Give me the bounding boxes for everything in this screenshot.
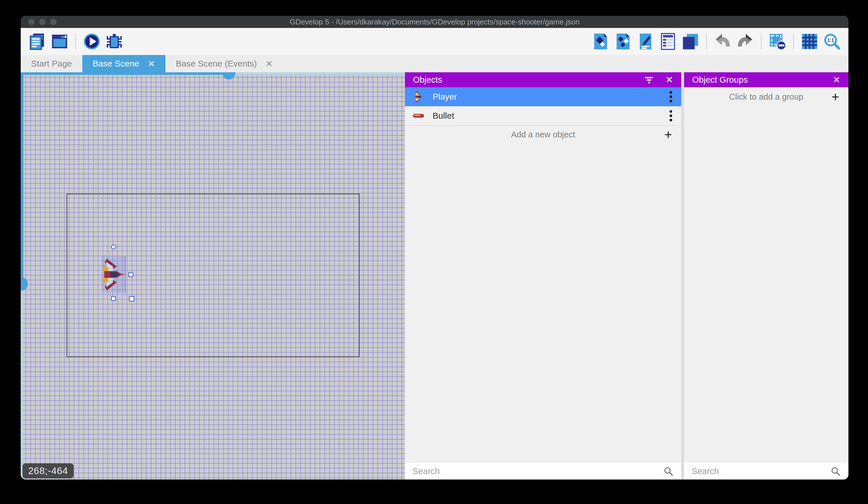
groups-panel-title: Object Groups [692,75,748,85]
resize-handle-bottom[interactable] [111,296,116,301]
objects-panel-empty-area [405,143,681,462]
svg-text:1:1: 1:1 [827,38,834,43]
properties-button[interactable] [637,32,654,51]
properties-icon [637,33,654,50]
plus-icon[interactable]: + [831,90,839,103]
tab-base-scene-events[interactable]: Base Scene (Events) ✕ [165,55,283,72]
close-icon: ✕ [833,74,840,85]
filter-button[interactable] [644,75,654,85]
objects-search-bar [405,462,681,480]
toolbar: 1:1 [21,28,848,55]
vertical-dots-icon [669,90,673,103]
instances-list-button[interactable] [659,32,676,51]
object-groups-button[interactable] [614,32,632,51]
toggle-mask-button[interactable] [769,32,786,51]
tab-label: Base Scene (Events) [176,59,257,69]
object-row-player[interactable]: Player [405,87,681,106]
vertical-scrollbar-thumb[interactable] [21,278,28,291]
object-name: Player [433,92,661,102]
titlebar: GDevelop 5 - /Users/dkarakay/Documents/G… [21,16,848,28]
preview-button[interactable] [83,32,101,51]
objects-panel: Objects ✕ [405,72,681,480]
layers-button[interactable] [682,32,699,51]
tab-label: Base Scene [93,59,139,69]
toolbar-separator [75,33,76,50]
toolbar-separator [793,33,794,50]
objects-search-input[interactable] [412,466,663,476]
add-object-label: Add a new object [405,130,681,139]
redo-icon [736,33,754,50]
scene-editor-button[interactable] [51,32,68,51]
add-group-row[interactable]: Click to add a group + [684,87,848,106]
toolbar-separator [706,33,707,50]
scene-editor-icon [51,33,68,50]
scene-canvas[interactable]: 268;-464 [21,72,405,480]
objects-editor-button[interactable] [592,32,609,51]
groups-search-input[interactable] [692,466,830,476]
grid-icon [801,33,818,50]
vertical-scrollbar-track [21,291,23,480]
player-ship-thumbnail [405,90,433,103]
zoom-original-button[interactable]: 1:1 [823,32,841,51]
mask-delete-icon [769,33,786,50]
objects-panel-header: Objects ✕ [405,72,681,87]
layers-icon [682,33,699,50]
plus-icon[interactable]: + [664,128,672,141]
debug-icon [106,33,123,50]
undo-button[interactable] [714,32,731,51]
undo-icon [714,33,731,50]
debug-button[interactable] [106,32,123,51]
objects-panel-title: Objects [413,75,442,85]
object-menu-button[interactable] [661,90,681,103]
instances-list-icon [659,33,676,50]
tab-close-icon[interactable]: ✕ [266,59,273,69]
rotate-handle[interactable] [111,244,116,249]
cursor-coordinates: 268;-464 [22,463,74,478]
object-groups-panel: Object Groups ✕ Click to add a group + [684,72,848,480]
player-ship-instance[interactable] [102,256,126,293]
filter-icon [644,75,654,85]
horizontal-scrollbar-track [235,72,405,74]
object-groups-icon [614,33,632,50]
project-manager-icon [29,33,46,50]
panel-divider[interactable] [681,72,684,480]
tab-close-icon[interactable]: ✕ [148,59,155,69]
close-panel-button[interactable]: ✕ [833,74,840,85]
redo-button[interactable] [736,32,754,51]
bullet-thumbnail [405,113,433,119]
object-name: Bullet [433,111,661,121]
close-panel-button[interactable]: ✕ [665,74,673,85]
groups-search-bar [684,462,848,480]
add-object-row[interactable]: Add a new object + [405,125,681,143]
add-group-label: Click to add a group [684,92,848,102]
objects-editor-icon [592,33,609,50]
zoom-1-1-icon: 1:1 [823,33,841,50]
search-icon [663,466,674,477]
resize-handle-right[interactable] [128,272,133,277]
horizontal-scrollbar-thumb[interactable] [222,72,235,80]
window-title: GDevelop 5 - /Users/dkarakay/Documents/G… [21,18,848,27]
close-icon: ✕ [665,74,673,85]
vertical-scrollbar-track [21,72,23,278]
tab-bar: Start Page Base Scene ✕ Base Scene (Even… [21,55,848,72]
object-row-bullet[interactable]: Bullet [405,106,681,125]
tab-label: Start Page [31,59,72,69]
toggle-grid-button[interactable] [801,32,818,51]
gdevelop-window: GDevelop 5 - /Users/dkarakay/Documents/G… [21,16,848,480]
groups-panel-empty-area [684,106,848,462]
project-manager-button[interactable] [29,32,46,51]
preview-play-icon [83,33,101,50]
search-icon [830,466,841,477]
tab-base-scene[interactable]: Base Scene ✕ [82,55,165,72]
resize-handle-corner[interactable] [129,296,134,302]
tab-start-page[interactable]: Start Page [21,55,82,72]
toolbar-separator [761,33,762,50]
object-menu-button[interactable] [661,109,681,122]
vertical-dots-icon [669,109,673,122]
groups-panel-header: Object Groups ✕ [684,72,848,87]
horizontal-scrollbar-track [21,72,229,75]
